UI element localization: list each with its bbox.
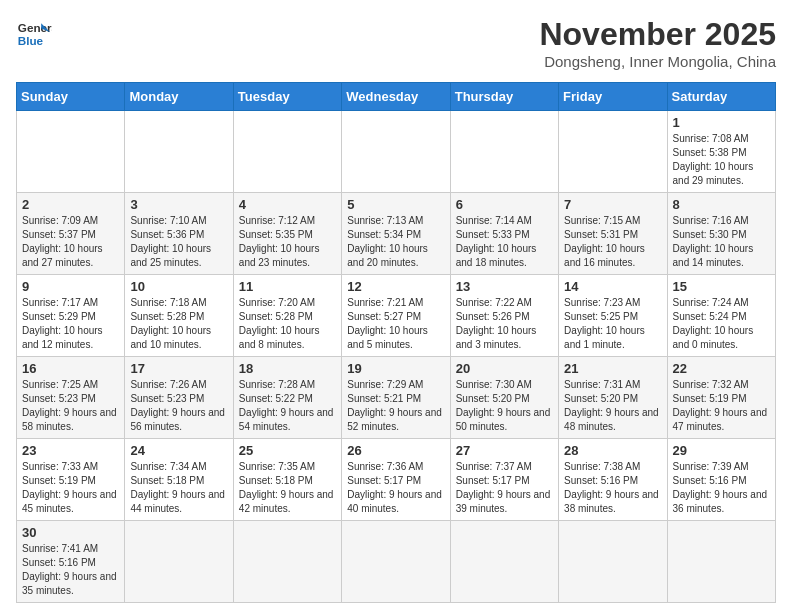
table-row: 19Sunrise: 7:29 AM Sunset: 5:21 PM Dayli… (342, 357, 450, 439)
day-number: 9 (22, 279, 119, 294)
header-tuesday: Tuesday (233, 83, 341, 111)
day-info: Sunrise: 7:09 AM Sunset: 5:37 PM Dayligh… (22, 214, 119, 270)
day-number: 23 (22, 443, 119, 458)
table-row (559, 111, 667, 193)
table-row: 12Sunrise: 7:21 AM Sunset: 5:27 PM Dayli… (342, 275, 450, 357)
day-info: Sunrise: 7:12 AM Sunset: 5:35 PM Dayligh… (239, 214, 336, 270)
day-number: 7 (564, 197, 661, 212)
table-row: 26Sunrise: 7:36 AM Sunset: 5:17 PM Dayli… (342, 439, 450, 521)
calendar-week-row: 1Sunrise: 7:08 AM Sunset: 5:38 PM Daylig… (17, 111, 776, 193)
table-row: 13Sunrise: 7:22 AM Sunset: 5:26 PM Dayli… (450, 275, 558, 357)
table-row (233, 521, 341, 603)
day-info: Sunrise: 7:25 AM Sunset: 5:23 PM Dayligh… (22, 378, 119, 434)
day-info: Sunrise: 7:17 AM Sunset: 5:29 PM Dayligh… (22, 296, 119, 352)
table-row: 22Sunrise: 7:32 AM Sunset: 5:19 PM Dayli… (667, 357, 775, 439)
logo: General Blue (16, 16, 52, 52)
day-info: Sunrise: 7:35 AM Sunset: 5:18 PM Dayligh… (239, 460, 336, 516)
day-info: Sunrise: 7:15 AM Sunset: 5:31 PM Dayligh… (564, 214, 661, 270)
day-number: 22 (673, 361, 770, 376)
logo-icon: General Blue (16, 16, 52, 52)
table-row (342, 111, 450, 193)
day-number: 2 (22, 197, 119, 212)
day-number: 12 (347, 279, 444, 294)
day-info: Sunrise: 7:33 AM Sunset: 5:19 PM Dayligh… (22, 460, 119, 516)
table-row (125, 521, 233, 603)
day-info: Sunrise: 7:24 AM Sunset: 5:24 PM Dayligh… (673, 296, 770, 352)
table-row (559, 521, 667, 603)
day-info: Sunrise: 7:37 AM Sunset: 5:17 PM Dayligh… (456, 460, 553, 516)
calendar-week-row: 16Sunrise: 7:25 AM Sunset: 5:23 PM Dayli… (17, 357, 776, 439)
day-info: Sunrise: 7:41 AM Sunset: 5:16 PM Dayligh… (22, 542, 119, 598)
day-info: Sunrise: 7:30 AM Sunset: 5:20 PM Dayligh… (456, 378, 553, 434)
day-info: Sunrise: 7:13 AM Sunset: 5:34 PM Dayligh… (347, 214, 444, 270)
day-number: 29 (673, 443, 770, 458)
table-row: 27Sunrise: 7:37 AM Sunset: 5:17 PM Dayli… (450, 439, 558, 521)
day-info: Sunrise: 7:20 AM Sunset: 5:28 PM Dayligh… (239, 296, 336, 352)
day-info: Sunrise: 7:36 AM Sunset: 5:17 PM Dayligh… (347, 460, 444, 516)
table-row (17, 111, 125, 193)
table-row: 6Sunrise: 7:14 AM Sunset: 5:33 PM Daylig… (450, 193, 558, 275)
table-row: 10Sunrise: 7:18 AM Sunset: 5:28 PM Dayli… (125, 275, 233, 357)
table-row (233, 111, 341, 193)
day-number: 24 (130, 443, 227, 458)
day-info: Sunrise: 7:22 AM Sunset: 5:26 PM Dayligh… (456, 296, 553, 352)
table-row: 11Sunrise: 7:20 AM Sunset: 5:28 PM Dayli… (233, 275, 341, 357)
day-number: 30 (22, 525, 119, 540)
day-info: Sunrise: 7:16 AM Sunset: 5:30 PM Dayligh… (673, 214, 770, 270)
day-info: Sunrise: 7:29 AM Sunset: 5:21 PM Dayligh… (347, 378, 444, 434)
header-friday: Friday (559, 83, 667, 111)
day-number: 17 (130, 361, 227, 376)
location-title: Dongsheng, Inner Mongolia, China (539, 53, 776, 70)
day-info: Sunrise: 7:28 AM Sunset: 5:22 PM Dayligh… (239, 378, 336, 434)
day-info: Sunrise: 7:34 AM Sunset: 5:18 PM Dayligh… (130, 460, 227, 516)
calendar-week-row: 30Sunrise: 7:41 AM Sunset: 5:16 PM Dayli… (17, 521, 776, 603)
svg-text:Blue: Blue (18, 34, 44, 47)
day-number: 16 (22, 361, 119, 376)
table-row: 4Sunrise: 7:12 AM Sunset: 5:35 PM Daylig… (233, 193, 341, 275)
table-row: 16Sunrise: 7:25 AM Sunset: 5:23 PM Dayli… (17, 357, 125, 439)
header-monday: Monday (125, 83, 233, 111)
table-row: 2Sunrise: 7:09 AM Sunset: 5:37 PM Daylig… (17, 193, 125, 275)
header-wednesday: Wednesday (342, 83, 450, 111)
table-row: 1Sunrise: 7:08 AM Sunset: 5:38 PM Daylig… (667, 111, 775, 193)
table-row: 23Sunrise: 7:33 AM Sunset: 5:19 PM Dayli… (17, 439, 125, 521)
day-info: Sunrise: 7:39 AM Sunset: 5:16 PM Dayligh… (673, 460, 770, 516)
table-row (450, 111, 558, 193)
table-row: 28Sunrise: 7:38 AM Sunset: 5:16 PM Dayli… (559, 439, 667, 521)
table-row: 14Sunrise: 7:23 AM Sunset: 5:25 PM Dayli… (559, 275, 667, 357)
month-title: November 2025 (539, 16, 776, 53)
table-row: 15Sunrise: 7:24 AM Sunset: 5:24 PM Dayli… (667, 275, 775, 357)
day-number: 25 (239, 443, 336, 458)
table-row: 30Sunrise: 7:41 AM Sunset: 5:16 PM Dayli… (17, 521, 125, 603)
header-thursday: Thursday (450, 83, 558, 111)
day-number: 10 (130, 279, 227, 294)
day-number: 3 (130, 197, 227, 212)
weekday-header-row: Sunday Monday Tuesday Wednesday Thursday… (17, 83, 776, 111)
table-row: 9Sunrise: 7:17 AM Sunset: 5:29 PM Daylig… (17, 275, 125, 357)
day-info: Sunrise: 7:18 AM Sunset: 5:28 PM Dayligh… (130, 296, 227, 352)
table-row (667, 521, 775, 603)
table-row: 20Sunrise: 7:30 AM Sunset: 5:20 PM Dayli… (450, 357, 558, 439)
table-row: 8Sunrise: 7:16 AM Sunset: 5:30 PM Daylig… (667, 193, 775, 275)
header-saturday: Saturday (667, 83, 775, 111)
day-info: Sunrise: 7:38 AM Sunset: 5:16 PM Dayligh… (564, 460, 661, 516)
calendar-week-row: 9Sunrise: 7:17 AM Sunset: 5:29 PM Daylig… (17, 275, 776, 357)
day-number: 13 (456, 279, 553, 294)
table-row (342, 521, 450, 603)
day-number: 5 (347, 197, 444, 212)
day-number: 6 (456, 197, 553, 212)
table-row: 21Sunrise: 7:31 AM Sunset: 5:20 PM Dayli… (559, 357, 667, 439)
svg-text:General: General (18, 21, 52, 34)
table-row: 18Sunrise: 7:28 AM Sunset: 5:22 PM Dayli… (233, 357, 341, 439)
day-info: Sunrise: 7:32 AM Sunset: 5:19 PM Dayligh… (673, 378, 770, 434)
day-number: 19 (347, 361, 444, 376)
header-sunday: Sunday (17, 83, 125, 111)
day-number: 20 (456, 361, 553, 376)
table-row: 7Sunrise: 7:15 AM Sunset: 5:31 PM Daylig… (559, 193, 667, 275)
day-number: 11 (239, 279, 336, 294)
day-number: 28 (564, 443, 661, 458)
table-row: 17Sunrise: 7:26 AM Sunset: 5:23 PM Dayli… (125, 357, 233, 439)
day-number: 21 (564, 361, 661, 376)
table-row: 24Sunrise: 7:34 AM Sunset: 5:18 PM Dayli… (125, 439, 233, 521)
day-number: 8 (673, 197, 770, 212)
